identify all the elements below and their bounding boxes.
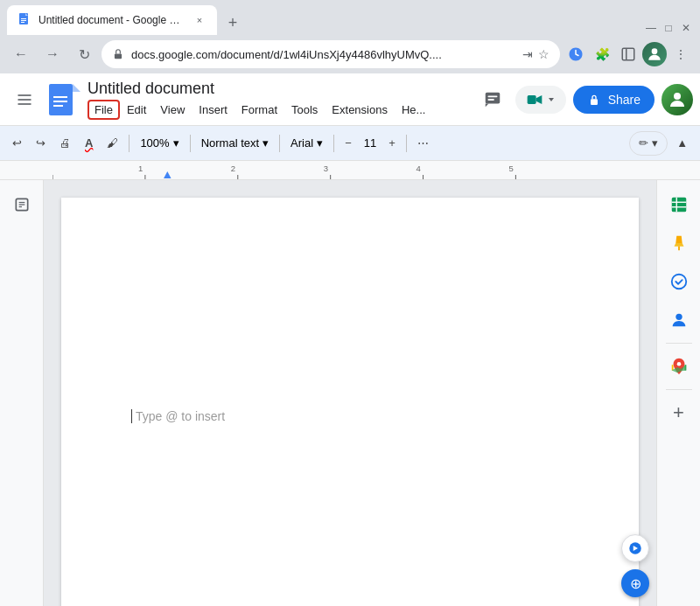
cast-icon[interactable]: ⇥ [522,47,533,61]
paint-format-button[interactable]: 🖌 [102,131,123,156]
docs-app-icon [49,84,80,115]
hamburger-icon [16,91,33,108]
outline-icon[interactable] [6,189,38,220]
style-selector[interactable]: Normal text ▾ [196,135,274,151]
font-selector[interactable]: Arial ▾ [285,135,328,151]
assistant-icon [627,540,643,556]
zoom-selector[interactable]: 100% ▾ [135,135,184,151]
font-size-decrease-button[interactable]: − [340,131,357,156]
svg-rect-47 [678,247,680,251]
sheets-addon-icon[interactable] [663,189,695,220]
extensions-icon[interactable]: 🧩 [590,42,614,66]
sidebar-icon[interactable] [616,42,640,66]
keep-addon-icon[interactable] [663,227,695,259]
more-options-icon: ⋯ [417,136,429,150]
add-addon-button[interactable]: + [663,397,695,428]
maps-addon-icon[interactable] [663,351,695,382]
menu-insert[interactable]: Insert [192,100,234,120]
zoom-dropdown-icon: ▾ [173,136,179,150]
more-options-button[interactable]: ⋯ [412,131,434,156]
svg-rect-12 [49,84,73,115]
document-canvas[interactable]: Type @ to insert [44,180,656,606]
undo-button[interactable]: ↩ [7,131,27,156]
ruler-svg: 1 2 3 4 5 [52,161,682,180]
chrome-menu-icon[interactable]: ⋮ [668,42,693,66]
lock-icon [112,48,124,60]
svg-rect-14 [53,96,67,98]
svg-rect-16 [53,105,63,107]
address-bar[interactable]: docs.google.com/document/d/1wl4iUnsXj4y4… [102,40,560,68]
menu-format[interactable]: Format [234,100,284,120]
collapse-icon: ▲ [676,136,688,150]
menu-help[interactable]: He... [395,100,432,120]
print-button[interactable]: 🖨 [54,131,76,156]
new-tab-button[interactable]: + [220,10,245,35]
menu-file[interactable]: File [88,100,120,120]
svg-rect-19 [487,95,497,97]
svg-point-50 [676,362,681,366]
assistant-button[interactable] [621,534,649,562]
bookmark-icon[interactable]: ☆ [538,47,550,61]
menu-edit[interactable]: Edit [120,100,153,120]
menu-view[interactable]: View [153,100,192,120]
hamburger-menu-button[interactable] [7,82,42,117]
reload-button[interactable]: ↻ [70,40,98,68]
meet-button[interactable] [515,86,566,114]
svg-rect-17 [485,92,500,103]
font-size-increase-button[interactable]: + [383,131,401,156]
meet-icon [526,91,543,108]
toolbar-divider-4 [333,135,334,152]
expand-button[interactable]: ⊕ [621,569,649,597]
performance-extension-icon[interactable] [564,42,588,66]
document-title[interactable]: Untitled document [88,80,477,98]
tab-title: Untitled document - Google Doc... [38,14,186,26]
svg-text:4: 4 [416,164,421,173]
url-text: docs.google.com/document/d/1wl4iUnsXj4y4… [131,48,515,61]
user-profile-button[interactable] [662,84,693,115]
left-sidebar [0,180,44,606]
svg-marker-18 [485,103,488,107]
svg-rect-6 [622,48,634,60]
menu-extensions[interactable]: Extensions [325,100,395,120]
svg-rect-20 [487,99,494,101]
spellcheck-button[interactable]: A [80,131,98,156]
menu-tools[interactable]: Tools [284,100,325,120]
minimize-button[interactable]: — [644,21,658,35]
chat-icon [483,90,502,109]
undo-icon: ↩ [12,136,22,150]
text-cursor [131,409,132,423]
svg-rect-5 [115,53,122,59]
maximize-button[interactable]: □ [662,21,676,35]
profile-avatar[interactable] [642,42,667,66]
ruler: 1 2 3 4 5 [0,161,700,180]
forward-button[interactable]: → [38,40,66,68]
font-size-decrease-icon: − [345,136,352,150]
collapse-toolbar-button[interactable]: ▲ [671,131,693,156]
document-page[interactable]: Type @ to insert [61,198,639,606]
document-placeholder: Type @ to insert [131,409,225,423]
svg-rect-24 [591,99,598,105]
font-dropdown-icon: ▾ [317,136,323,150]
right-sidebar-divider-2 [666,389,692,390]
svg-text:3: 3 [324,164,328,173]
tasks-addon-icon[interactable] [663,266,695,297]
chat-button[interactable] [477,84,508,115]
svg-rect-43 [671,198,686,212]
svg-rect-15 [53,101,67,102]
close-button[interactable]: ✕ [679,21,693,35]
browser-tab[interactable]: Untitled document - Google Doc... × [7,5,217,35]
svg-rect-21 [527,95,536,104]
svg-rect-26 [52,161,682,180]
edit-mode-button[interactable]: ✏ ▾ [629,131,668,156]
redo-button[interactable]: ↪ [31,131,51,156]
svg-marker-23 [549,98,554,101]
font-size-value[interactable]: 11 [360,136,380,150]
share-button[interactable]: Share [573,86,654,114]
back-button[interactable]: ← [7,40,35,68]
expand-icon: ⊕ [630,575,641,592]
toolbar-divider-3 [279,135,280,152]
toolbar-divider-2 [190,135,191,152]
style-dropdown-icon: ▾ [262,136,269,150]
contacts-addon-icon[interactable] [663,304,695,336]
tab-close-button[interactable]: × [192,13,206,27]
